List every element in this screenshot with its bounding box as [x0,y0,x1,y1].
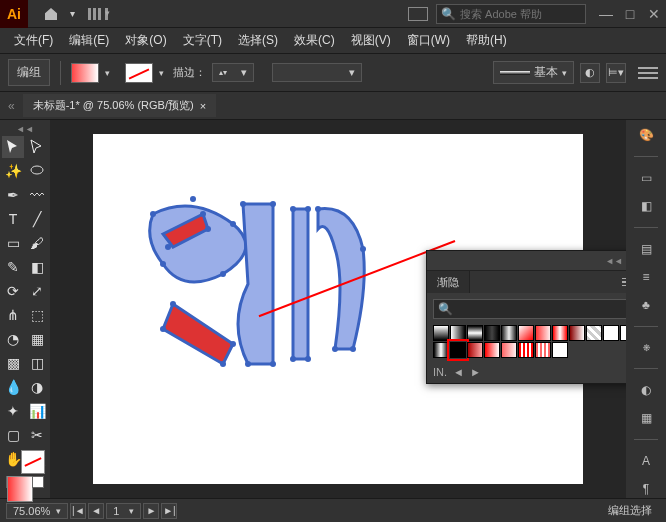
paragraph-panel-icon[interactable]: ¶ [635,480,657,498]
graphic-style-select[interactable]: 基本▾ [493,61,574,84]
swatch-item[interactable] [450,325,466,341]
menu-item[interactable]: 文件(F) [6,28,61,53]
swatch-item[interactable] [569,325,585,341]
blend-tool[interactable]: ◑ [26,376,48,398]
gradient-tool[interactable]: ◫ [26,352,48,374]
magic-wand-tool[interactable]: ✨ [2,160,24,182]
fill-indicator[interactable] [7,476,33,502]
doc-nav-icon[interactable]: « [8,99,15,113]
artwork-selection[interactable] [133,184,393,404]
direct-selection-tool[interactable] [26,136,48,158]
swatch-item[interactable] [450,342,466,358]
eraser-tool[interactable]: ◧ [26,256,48,278]
artboard-next-icon[interactable]: ► [143,503,159,519]
next-icon[interactable]: ► [470,366,481,378]
chevron-down-icon[interactable]: ▾ [70,8,75,19]
artboard-first-icon[interactable]: |◄ [70,503,86,519]
symbols-panel-icon[interactable]: ♣ [635,296,657,314]
line-tool[interactable]: ╱ [26,208,48,230]
menu-item[interactable]: 选择(S) [230,28,286,53]
layers-panel-icon[interactable]: ◧ [635,197,657,215]
rectangle-tool[interactable]: ▭ [2,232,24,254]
menu-item[interactable]: 文字(T) [175,28,230,53]
curvature-tool[interactable]: 〰 [26,184,48,206]
slice-tool[interactable]: ✂ [26,424,48,446]
minimize-button[interactable]: — [594,3,618,25]
library-menu[interactable]: IN. [433,366,447,378]
document-tab-close-icon[interactable]: × [200,100,206,112]
panel-menu-icon[interactable] [622,278,626,287]
toolbox-collapse-icon[interactable]: ◄◄ [16,124,34,134]
artboard-tool[interactable]: ▢ [2,424,24,446]
swatch-item[interactable] [467,342,483,358]
stroke-swatch[interactable]: ▾ [125,63,153,83]
swatch-item[interactable] [535,325,551,341]
swatch-item[interactable] [433,325,449,341]
free-transform-tool[interactable]: ⬚ [26,304,48,326]
menu-item[interactable]: 对象(O) [117,28,174,53]
perspective-tool[interactable]: ▦ [26,328,48,350]
panel-search-input[interactable] [453,303,626,315]
artboard-number[interactable]: 1▾ [106,503,141,519]
symbol-sprayer-tool[interactable]: ✦ [2,400,24,422]
graph-tool[interactable]: 📊 [26,400,48,422]
close-window-button[interactable]: ✕ [642,3,666,25]
swatch-item[interactable] [603,325,619,341]
shape-builder-tool[interactable]: ◔ [2,328,24,350]
panel-titlebar[interactable]: ◄◄ ✕ [427,251,626,271]
screen-mode-icon[interactable] [408,7,428,21]
maximize-button[interactable]: □ [618,3,642,25]
swatch-item[interactable] [552,342,568,358]
properties-panel-icon[interactable]: ▭ [635,169,657,187]
eyedropper-tool[interactable]: 💧 [2,376,24,398]
swatch-item[interactable] [586,325,602,341]
swatch-item[interactable] [620,325,626,341]
swatch-item[interactable] [535,342,551,358]
home-icon[interactable] [36,4,66,24]
options-menu-icon[interactable] [638,67,658,79]
menu-item[interactable]: 编辑(E) [61,28,117,53]
swatch-item[interactable] [552,325,568,341]
fill-swatch[interactable]: ▾ [71,63,99,83]
type-tool[interactable]: T [2,208,24,230]
swatch-item[interactable] [501,342,517,358]
mesh-tool[interactable]: ▩ [2,352,24,374]
artboard-last-icon[interactable]: ►| [161,503,177,519]
stroke-indicator[interactable] [21,450,45,474]
swatch-item[interactable] [518,342,534,358]
arrange-docs-button[interactable]: ▾ [83,4,113,24]
artboard-prev-icon[interactable]: ◄ [88,503,104,519]
panel-collapse-icon[interactable]: ◄◄ [605,256,623,266]
align-panel-icon[interactable]: ▦ [635,409,657,427]
selection-tool[interactable] [2,136,24,158]
menu-item[interactable]: 视图(V) [343,28,399,53]
prev-icon[interactable]: ◄ [453,366,464,378]
zoom-level[interactable]: 75.06%▾ [6,503,68,519]
paintbrush-tool[interactable]: 🖌 [26,232,48,254]
scale-tool[interactable]: ⤢ [26,280,48,302]
canvas-area[interactable]: ◄◄ ✕ 渐隐 🔍 IN. ◄ ► ✂ [50,120,626,498]
swatch-item[interactable] [484,325,500,341]
width-tool[interactable]: ⋔ [2,304,24,326]
pen-tool[interactable]: ✒ [2,184,24,206]
help-search-input[interactable] [460,8,581,20]
none-mode[interactable] [32,476,44,488]
document-tab[interactable]: 未标题-1* @ 75.06% (RGB/预览) × [23,94,216,117]
libraries-panel-icon[interactable]: ▤ [635,240,657,258]
align-button[interactable]: ⊨▾ [606,63,626,83]
transparency-panel-icon[interactable]: ◐ [635,381,657,399]
color-panel-icon[interactable]: 🎨 [635,126,657,144]
menu-item[interactable]: 窗口(W) [399,28,458,53]
swatch-item[interactable] [484,342,500,358]
shaper-tool[interactable]: ✎ [2,256,24,278]
brush-select[interactable]: ▾ [272,63,362,82]
panel-search[interactable]: 🔍 [433,299,626,319]
help-search[interactable]: 🔍 [436,4,586,24]
character-panel-icon[interactable]: A [635,452,657,470]
rotate-tool[interactable]: ⟳ [2,280,24,302]
swatch-item[interactable] [518,325,534,341]
opacity-button[interactable]: ◐ [580,63,600,83]
stroke-panel-icon[interactable]: ≡ [635,268,657,286]
menu-item[interactable]: 帮助(H) [458,28,515,53]
menu-item[interactable]: 效果(C) [286,28,343,53]
